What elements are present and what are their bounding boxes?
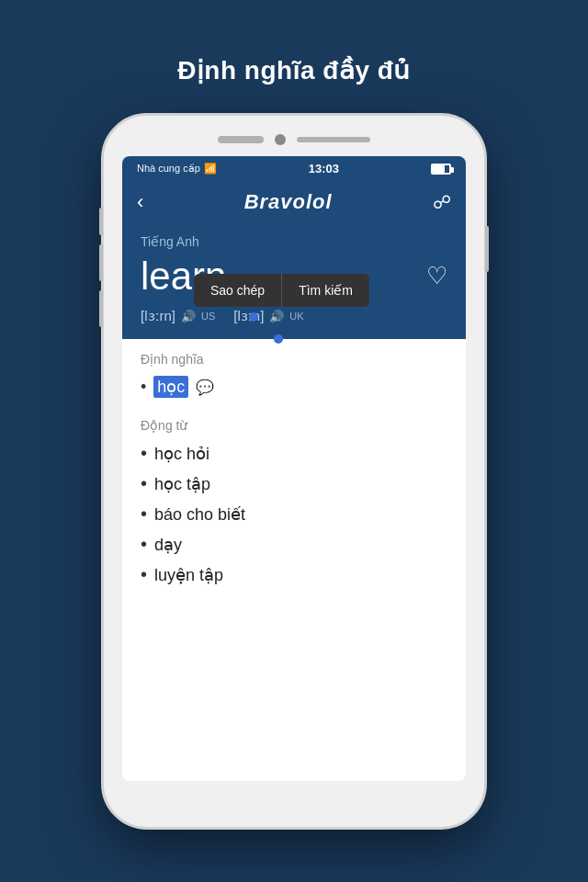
speaker-us-icon[interactable]: 🔊 [181, 310, 196, 323]
us-label: US [201, 311, 215, 322]
uk-label: UK [289, 311, 303, 322]
verb-item-4-text: dạy [154, 535, 182, 555]
battery-fill [433, 165, 445, 173]
phone-screen: Nhà cung cấp 📶 13:03 ‹ Bravolol ☍ Tiếng … [122, 156, 466, 781]
status-time: 13:03 [309, 162, 339, 175]
pronunciation-us: [lɜːrn] 🔊 US [141, 308, 215, 324]
carrier-text: Nhà cung cấp [137, 163, 200, 175]
bullet-icon: • [141, 378, 146, 397]
bullet-3: • [141, 503, 147, 525]
nav-bar: ‹ Bravolol ☍ [122, 181, 466, 223]
definitions-section: Định nghĩa • học 💬 [122, 339, 466, 414]
list-item-1: • học hỏi [141, 438, 447, 469]
page-title: Định nghĩa đầy đủ [177, 55, 411, 85]
verb-item-1-text: học hỏi [154, 444, 209, 464]
wifi-icon: 📶 [204, 163, 217, 175]
search-button[interactable]: Tìm kiếm [281, 274, 369, 307]
phone-speaker-slot [218, 136, 264, 143]
bullet-5: • [141, 564, 147, 585]
app-title: Bravolol [244, 190, 333, 214]
back-button[interactable]: ‹ [137, 190, 143, 214]
list-item-2: • học tập [141, 469, 447, 499]
word-language: Tiếng Anh [141, 234, 447, 249]
verb-item-2-text: học tập [154, 474, 210, 494]
list-item-5: • luyện tập [141, 560, 447, 590]
status-bar: Nhà cung cấp 📶 13:03 [122, 156, 466, 181]
comment-icon[interactable]: 💬 [196, 379, 214, 396]
context-menu-arrow [265, 274, 279, 281]
selection-handle-bottom [274, 334, 283, 344]
definition-word-highlighted: học [153, 376, 188, 398]
context-menu: Sao chép Tìm kiếm [194, 274, 369, 307]
verb-item-5-text: luyện tập [154, 565, 223, 585]
volume-up-button [99, 244, 103, 281]
list-item-4: • dạy [141, 529, 447, 560]
bullet-1: • [141, 443, 147, 464]
bullet-2: • [141, 473, 147, 494]
verb-label: Động từ [141, 418, 447, 433]
front-camera [275, 134, 286, 145]
phone-top-area [122, 134, 466, 145]
heart-icon[interactable]: ♡ [426, 262, 447, 290]
status-carrier: Nhà cung cấp 📶 [137, 163, 217, 175]
definitions-label: Định nghĩa [141, 352, 447, 367]
selection-handle-top [249, 312, 258, 322]
pronunciation-us-text: [lɜːrn] [141, 308, 175, 324]
verb-item-3-text: báo cho biết [154, 504, 245, 525]
list-item-3: • báo cho biết [141, 499, 447, 529]
mute-button [99, 208, 103, 235]
power-button [485, 226, 489, 272]
battery-icon [431, 164, 451, 175]
volume-down-button [99, 290, 103, 327]
status-right [431, 164, 451, 175]
phone-earpiece [297, 137, 370, 142]
speaker-uk-icon[interactable]: 🔊 [269, 310, 284, 323]
verb-section: Động từ • học hỏi • học tập • báo cho bi… [122, 414, 466, 590]
pronunciation-uk: [lɜːn] 🔊 UK [233, 308, 303, 324]
bookmark-icon[interactable]: ☍ [433, 191, 451, 213]
pronunciations: [lɜːrn] 🔊 US [lɜːn] 🔊 UK [141, 308, 304, 324]
definition-item-1: • học 💬 [141, 372, 447, 401]
phone-frame: Nhà cung cấp 📶 13:03 ‹ Bravolol ☍ Tiếng … [101, 113, 487, 830]
bullet-4: • [141, 534, 147, 555]
